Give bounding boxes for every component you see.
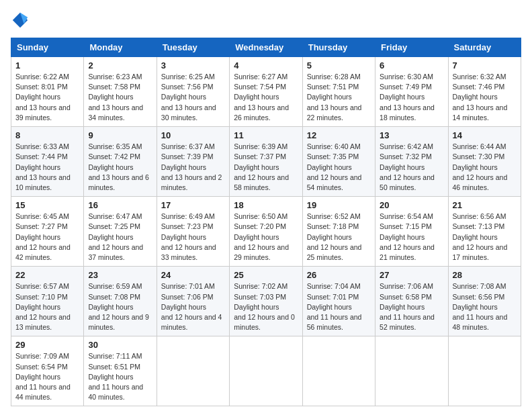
- day-number: 19: [307, 200, 371, 210]
- day-info: Sunrise: 6:42 AMSunset: 7:32 PMDaylight …: [380, 142, 443, 193]
- day-number: 29: [15, 340, 79, 350]
- day-info: Sunrise: 6:23 AMSunset: 7:58 PMDaylight …: [88, 72, 152, 123]
- day-info: Sunrise: 7:01 AMSunset: 7:06 PMDaylight …: [161, 281, 225, 332]
- calendar-week-row: 29Sunrise: 7:09 AMSunset: 6:54 PMDayligh…: [11, 336, 521, 406]
- calendar-cell: 18Sunrise: 6:50 AMSunset: 7:20 PMDayligh…: [230, 197, 302, 267]
- calendar-cell: [302, 336, 375, 406]
- day-info: Sunrise: 7:08 AMSunset: 6:56 PMDaylight …: [453, 281, 517, 332]
- day-number: 26: [307, 270, 371, 280]
- calendar-week-row: 8Sunrise: 6:33 AMSunset: 7:44 PMDaylight…: [11, 127, 521, 197]
- day-info: Sunrise: 7:04 AMSunset: 7:01 PMDaylight …: [307, 281, 371, 332]
- calendar-cell: 14Sunrise: 6:44 AMSunset: 7:30 PMDayligh…: [448, 127, 521, 197]
- calendar-cell: 7Sunrise: 6:32 AMSunset: 7:46 PMDaylight…: [448, 57, 521, 127]
- day-number: 4: [234, 60, 298, 71]
- day-number: 7: [453, 60, 517, 71]
- day-info: Sunrise: 6:52 AMSunset: 7:18 PMDaylight …: [307, 212, 371, 263]
- day-number: 14: [453, 130, 517, 140]
- day-info: Sunrise: 6:37 AMSunset: 7:39 PMDaylight …: [161, 142, 225, 193]
- day-number: 30: [88, 340, 152, 350]
- day-info: Sunrise: 6:40 AMSunset: 7:35 PMDaylight …: [307, 142, 371, 193]
- calendar-table: SundayMondayTuesdayWednesdayThursdayFrid…: [11, 38, 521, 406]
- calendar-body: 1Sunrise: 6:22 AMSunset: 8:01 PMDaylight…: [11, 57, 521, 406]
- day-info: Sunrise: 6:49 AMSunset: 7:23 PMDaylight …: [161, 212, 225, 263]
- calendar-cell: 19Sunrise: 6:52 AMSunset: 7:18 PMDayligh…: [302, 197, 375, 267]
- day-number: 21: [453, 200, 517, 210]
- day-info: Sunrise: 6:32 AMSunset: 7:46 PMDaylight …: [453, 72, 517, 123]
- day-info: Sunrise: 6:28 AMSunset: 7:51 PMDaylight …: [307, 72, 371, 123]
- calendar-cell: 4Sunrise: 6:27 AMSunset: 7:54 PMDaylight…: [230, 57, 302, 127]
- day-info: Sunrise: 7:02 AMSunset: 7:03 PMDaylight …: [234, 281, 298, 332]
- day-number: 8: [15, 130, 79, 140]
- calendar-cell: 5Sunrise: 6:28 AMSunset: 7:51 PMDaylight…: [302, 57, 375, 127]
- day-number: 15: [15, 200, 79, 210]
- day-number: 22: [15, 270, 79, 280]
- day-info: Sunrise: 6:35 AMSunset: 7:42 PMDaylight …: [88, 142, 152, 193]
- weekday-header-monday: Monday: [84, 38, 157, 57]
- day-info: Sunrise: 6:44 AMSunset: 7:30 PMDaylight …: [453, 142, 517, 193]
- calendar-cell: 16Sunrise: 6:47 AMSunset: 7:25 PMDayligh…: [84, 197, 157, 267]
- calendar-cell: [157, 336, 229, 406]
- calendar-cell: 23Sunrise: 6:59 AMSunset: 7:08 PMDayligh…: [84, 267, 157, 336]
- calendar-cell: 24Sunrise: 7:01 AMSunset: 7:06 PMDayligh…: [157, 267, 229, 336]
- calendar-cell: 10Sunrise: 6:37 AMSunset: 7:39 PMDayligh…: [157, 127, 229, 197]
- weekday-header-tuesday: Tuesday: [157, 38, 229, 57]
- calendar-week-row: 15Sunrise: 6:45 AMSunset: 7:27 PMDayligh…: [11, 197, 521, 267]
- calendar-cell: 6Sunrise: 6:30 AMSunset: 7:49 PMDaylight…: [375, 57, 448, 127]
- page-header: [11, 11, 521, 30]
- day-info: Sunrise: 7:09 AMSunset: 6:54 PMDaylight …: [15, 351, 79, 402]
- day-number: 9: [88, 130, 152, 140]
- day-number: 28: [453, 270, 517, 280]
- logo: [11, 11, 32, 30]
- calendar-cell: [448, 336, 521, 406]
- calendar-cell: 11Sunrise: 6:39 AMSunset: 7:37 PMDayligh…: [230, 127, 302, 197]
- calendar-cell: 15Sunrise: 6:45 AMSunset: 7:27 PMDayligh…: [11, 197, 84, 267]
- day-info: Sunrise: 6:47 AMSunset: 7:25 PMDaylight …: [88, 212, 152, 263]
- calendar-cell: 28Sunrise: 7:08 AMSunset: 6:56 PMDayligh…: [448, 267, 521, 336]
- calendar-cell: 8Sunrise: 6:33 AMSunset: 7:44 PMDaylight…: [11, 127, 84, 197]
- day-number: 2: [88, 60, 152, 71]
- calendar-week-row: 1Sunrise: 6:22 AMSunset: 8:01 PMDaylight…: [11, 57, 521, 127]
- calendar-cell: 3Sunrise: 6:25 AMSunset: 7:56 PMDaylight…: [157, 57, 229, 127]
- day-info: Sunrise: 6:25 AMSunset: 7:56 PMDaylight …: [161, 72, 225, 123]
- day-number: 12: [307, 130, 371, 140]
- day-info: Sunrise: 6:56 AMSunset: 7:13 PMDaylight …: [453, 212, 517, 263]
- day-info: Sunrise: 6:57 AMSunset: 7:10 PMDaylight …: [15, 281, 79, 332]
- calendar-cell: 29Sunrise: 7:09 AMSunset: 6:54 PMDayligh…: [11, 336, 84, 406]
- weekday-header-sunday: Sunday: [11, 38, 84, 57]
- day-info: Sunrise: 6:39 AMSunset: 7:37 PMDaylight …: [234, 142, 298, 193]
- day-number: 11: [234, 130, 298, 140]
- calendar-cell: 27Sunrise: 7:06 AMSunset: 6:58 PMDayligh…: [375, 267, 448, 336]
- calendar-cell: [230, 336, 302, 406]
- day-number: 6: [380, 60, 443, 71]
- calendar-cell: 26Sunrise: 7:04 AMSunset: 7:01 PMDayligh…: [302, 267, 375, 336]
- calendar-cell: 21Sunrise: 6:56 AMSunset: 7:13 PMDayligh…: [448, 197, 521, 267]
- day-number: 17: [161, 200, 225, 210]
- day-info: Sunrise: 6:45 AMSunset: 7:27 PMDaylight …: [15, 212, 79, 263]
- weekday-header-saturday: Saturday: [448, 38, 521, 57]
- weekday-header-wednesday: Wednesday: [230, 38, 302, 57]
- calendar-cell: [375, 336, 448, 406]
- calendar-cell: 2Sunrise: 6:23 AMSunset: 7:58 PMDaylight…: [84, 57, 157, 127]
- day-number: 10: [161, 130, 225, 140]
- day-info: Sunrise: 6:50 AMSunset: 7:20 PMDaylight …: [234, 212, 298, 263]
- day-info: Sunrise: 6:54 AMSunset: 7:15 PMDaylight …: [380, 212, 443, 263]
- calendar-cell: 12Sunrise: 6:40 AMSunset: 7:35 PMDayligh…: [302, 127, 375, 197]
- calendar-header-row: SundayMondayTuesdayWednesdayThursdayFrid…: [11, 38, 521, 57]
- day-number: 23: [88, 270, 152, 280]
- day-number: 1: [15, 60, 79, 71]
- day-info: Sunrise: 6:33 AMSunset: 7:44 PMDaylight …: [15, 142, 79, 193]
- day-number: 27: [380, 270, 443, 280]
- day-number: 20: [380, 200, 443, 210]
- day-number: 3: [161, 60, 225, 71]
- day-number: 18: [234, 200, 298, 210]
- day-number: 24: [161, 270, 225, 280]
- day-number: 13: [380, 130, 443, 140]
- calendar-cell: 1Sunrise: 6:22 AMSunset: 8:01 PMDaylight…: [11, 57, 84, 127]
- weekday-header-friday: Friday: [375, 38, 448, 57]
- day-info: Sunrise: 7:11 AMSunset: 6:51 PMDaylight …: [88, 351, 152, 402]
- calendar-cell: 30Sunrise: 7:11 AMSunset: 6:51 PMDayligh…: [84, 336, 157, 406]
- weekday-header-thursday: Thursday: [302, 38, 375, 57]
- day-info: Sunrise: 7:06 AMSunset: 6:58 PMDaylight …: [380, 281, 443, 332]
- day-info: Sunrise: 6:27 AMSunset: 7:54 PMDaylight …: [234, 72, 298, 123]
- logo-icon: [11, 11, 30, 30]
